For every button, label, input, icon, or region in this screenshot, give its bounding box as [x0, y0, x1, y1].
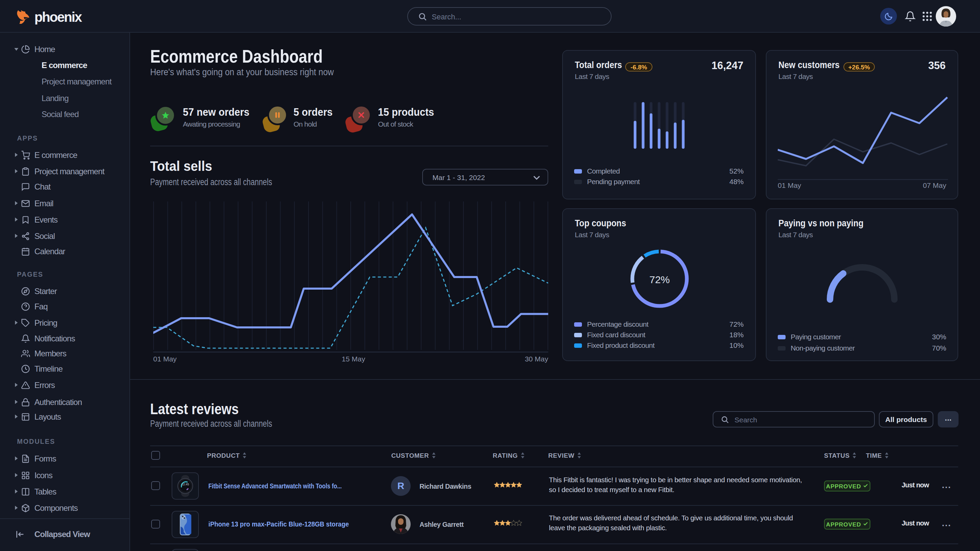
svg-text:72%: 72%	[649, 274, 670, 285]
svg-text:12:45: 12:45	[181, 483, 189, 486]
